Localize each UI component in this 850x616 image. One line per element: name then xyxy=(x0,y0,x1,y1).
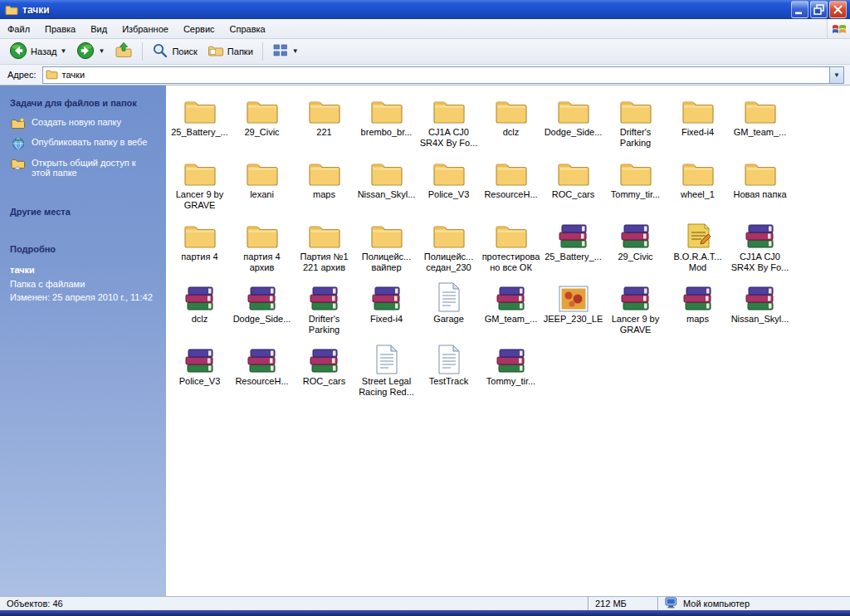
file-item[interactable]: ROC_cars xyxy=(542,154,604,216)
maximize-button[interactable] xyxy=(810,1,828,18)
up-button[interactable] xyxy=(110,40,137,63)
address-value: тачки xyxy=(62,70,85,80)
file-label: 25_Battery_... xyxy=(171,127,228,138)
address-input[interactable]: тачки ▼ xyxy=(42,66,844,84)
chevron-down-icon[interactable]: ▼ xyxy=(98,48,105,55)
my-computer-icon xyxy=(665,597,678,610)
status-location: Мой компьютер xyxy=(657,597,850,610)
file-item[interactable]: B.O.R.A.T... Mod xyxy=(667,216,729,278)
window-controls xyxy=(791,1,847,18)
file-item[interactable]: GM_team_... xyxy=(480,278,542,340)
file-item[interactable]: Dodge_Side... xyxy=(542,91,604,154)
menu-item-help[interactable]: Справка xyxy=(222,19,273,38)
file-item[interactable]: Tommy_tir... xyxy=(480,340,542,403)
file-label: Lancer 9 by GRAVE xyxy=(605,314,666,335)
file-item[interactable]: Garage xyxy=(418,278,480,340)
file-item[interactable]: Полицейс... седан_230 xyxy=(418,216,480,278)
file-item[interactable]: Drifter's Parking xyxy=(293,278,355,340)
file-label: 221 xyxy=(316,127,331,138)
file-item[interactable]: GM_team_... xyxy=(729,91,791,154)
file-item[interactable]: протестировано все ОК xyxy=(480,216,542,278)
doc-icon xyxy=(435,342,463,375)
file-item[interactable]: JEEP_230_LE xyxy=(542,278,604,340)
file-item[interactable]: Police_V3 xyxy=(418,154,480,216)
minimize-button[interactable] xyxy=(791,1,808,18)
file-item[interactable]: Fixed-i4 xyxy=(355,278,418,340)
back-button[interactable]: Назад ▼ xyxy=(5,40,71,63)
file-item[interactable]: Drifter's Parking xyxy=(604,91,667,154)
file-label: dclz xyxy=(503,127,520,138)
rar-icon xyxy=(745,218,776,251)
file-item[interactable]: ResourceH... xyxy=(480,154,542,216)
file-item[interactable]: Police_V3 xyxy=(169,340,231,403)
folder-icon xyxy=(557,93,590,126)
search-button[interactable]: Поиск xyxy=(148,41,201,62)
address-dropdown-button[interactable]: ▼ xyxy=(829,67,843,83)
file-label: brembo_br... xyxy=(361,127,413,138)
views-button[interactable]: ▼ xyxy=(268,41,303,62)
other-places-header[interactable]: Другие места xyxy=(10,207,156,217)
file-item[interactable]: Street Legal Racing Red... xyxy=(355,340,418,403)
file-item[interactable]: brembo_br... xyxy=(355,91,418,154)
file-label: протестировано все ОК xyxy=(481,252,541,273)
menu-item-view[interactable]: Вид xyxy=(83,19,115,38)
file-item[interactable]: Полицейс... вайпер xyxy=(355,216,418,278)
menu-bar: Файл Правка Вид Избранное Сервис Справка xyxy=(0,19,850,39)
file-item[interactable]: 29_Civic xyxy=(231,91,293,154)
file-item[interactable]: ROC_cars xyxy=(293,340,355,403)
status-size: 212 МБ xyxy=(588,597,657,610)
rar-icon xyxy=(184,280,216,313)
file-item[interactable]: maps xyxy=(293,154,355,216)
file-item[interactable]: 29_Civic xyxy=(604,216,667,278)
file-item[interactable]: Новая папка xyxy=(729,154,791,216)
file-item[interactable]: партия 4 архив xyxy=(231,216,293,278)
menu-item-edit[interactable]: Правка xyxy=(37,19,83,38)
file-label: Lancer 9 by GRAVE xyxy=(169,189,230,211)
file-item[interactable]: lexani xyxy=(231,154,293,216)
file-item[interactable]: 25_Battery_... xyxy=(169,91,231,154)
file-item[interactable]: Dodge_Side... xyxy=(231,278,293,340)
details-header[interactable]: Подробно xyxy=(10,244,156,254)
file-item[interactable]: 221 xyxy=(293,91,355,154)
file-label: Fixed-i4 xyxy=(681,127,714,138)
image-icon xyxy=(558,280,589,313)
publish-folder-link[interactable]: Опубликовать папку в вебе xyxy=(11,137,156,150)
menu-item-favorites[interactable]: Избранное xyxy=(115,19,176,38)
file-item[interactable]: партия 4 xyxy=(169,216,231,278)
file-label: Police_V3 xyxy=(179,376,221,387)
file-item[interactable]: maps xyxy=(667,278,729,340)
chevron-down-icon[interactable]: ▼ xyxy=(292,48,299,55)
details-modified: Изменен: 25 апреля 2010 г., 11:42 xyxy=(10,291,156,304)
toolbar: Назад ▼ ▼ Поиск Папки xyxy=(0,39,850,65)
file-item[interactable]: Nissan_Skyl... xyxy=(355,154,418,216)
file-label: GM_team_... xyxy=(485,314,538,325)
file-item[interactable]: Партия №1 221 архив xyxy=(293,216,355,278)
file-item[interactable]: Fixed-i4 xyxy=(667,91,729,154)
file-item[interactable]: dclz xyxy=(169,278,231,340)
create-folder-link[interactable]: Создать новую папку xyxy=(11,117,156,130)
file-item[interactable]: Nissan_Skyl... xyxy=(729,278,791,340)
menu-item-file[interactable]: Файл xyxy=(0,19,37,38)
file-label: Drifter's Parking xyxy=(294,314,354,335)
share-folder-link[interactable]: Открыть общий доступ к этой папке xyxy=(11,158,156,178)
file-item[interactable]: Tommy_tir... xyxy=(604,154,667,216)
file-item[interactable]: dclz xyxy=(480,91,542,154)
chevron-down-icon[interactable]: ▼ xyxy=(61,48,67,55)
close-button[interactable] xyxy=(829,1,847,18)
folders-button[interactable]: Папки xyxy=(203,41,257,62)
file-item[interactable]: Lancer 9 by GRAVE xyxy=(604,278,667,340)
search-label: Поиск xyxy=(172,46,197,56)
mod-icon xyxy=(683,218,713,251)
file-item[interactable]: wheel_1 xyxy=(667,154,729,216)
file-item[interactable]: CJ1A CJ0 SR4X By Fo... xyxy=(418,91,480,154)
file-label: Новая папка xyxy=(733,189,786,200)
menu-item-tools[interactable]: Сервис xyxy=(176,19,222,38)
file-label: CJ1A CJ0 SR4X By Fo... xyxy=(418,127,479,149)
details-folder-type: Папка с файлами xyxy=(10,277,156,291)
file-item[interactable]: ResourceH... xyxy=(231,340,293,403)
file-item[interactable]: CJ1A CJ0 SR4X By Fo... xyxy=(729,216,791,278)
forward-button[interactable]: ▼ xyxy=(72,40,109,63)
file-item[interactable]: TestTrack xyxy=(418,340,480,403)
file-item[interactable]: 25_Battery_... xyxy=(542,216,604,278)
file-item[interactable]: Lancer 9 by GRAVE xyxy=(169,154,231,216)
